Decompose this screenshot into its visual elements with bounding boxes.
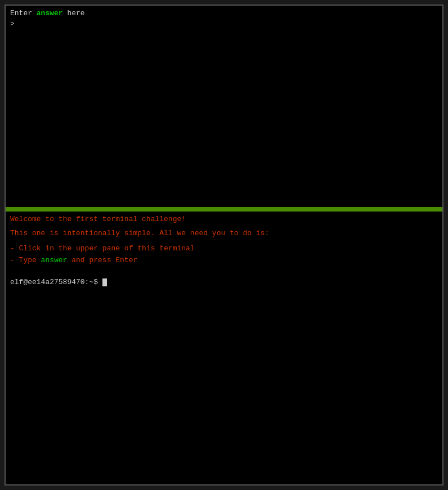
instruction1-pre: - Click in the upper pane of <box>10 244 137 253</box>
here-text: here <box>63 9 85 17</box>
instruction2-post: and press Enter <box>67 256 137 264</box>
instruction2-pre: - Type <box>10 256 41 264</box>
divider-bar <box>6 207 442 212</box>
terminal-window[interactable]: Enter answer here > Welcome to the first… <box>5 5 443 485</box>
cursor-block <box>102 278 107 286</box>
upper-pane[interactable]: Enter answer here > <box>6 6 442 207</box>
instruction-type: - Type answer and press Enter <box>10 255 438 267</box>
this-keyword: this <box>137 244 155 253</box>
lower-prompt-line[interactable]: elf@ee14a27589470:~$ <box>10 278 438 286</box>
lower-prompt-text: elf@ee14a27589470:~$ <box>10 278 102 286</box>
welcome-line: Welcome to the first terminal challenge! <box>10 215 438 223</box>
lower-pane[interactable]: Welcome to the first terminal challenge!… <box>6 212 442 484</box>
answer-inline-keyword: answer <box>41 256 68 264</box>
upper-pane-header: Enter answer here <box>10 9 438 17</box>
upper-pane-prompt: > <box>10 20 438 28</box>
instruction1-post: terminal <box>155 244 194 253</box>
answer-keyword: answer <box>37 9 63 17</box>
enter-the-text: Enter <box>10 9 37 17</box>
instruction-click: - Click in the upper pane of this termin… <box>10 243 438 255</box>
description-line: This one is intentionally simple. All we… <box>10 229 438 237</box>
